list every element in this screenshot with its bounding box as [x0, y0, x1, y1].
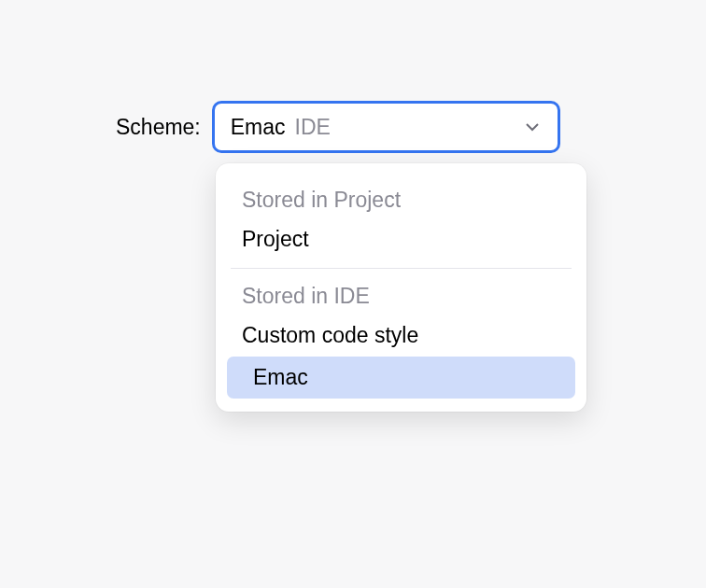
option-project[interactable]: Project: [216, 218, 586, 260]
chevron-down-icon: [524, 119, 541, 135]
scheme-combobox-value: Emac: [231, 115, 286, 140]
dropdown-group-stored-in-ide: Stored in IDE Custom code style Emac: [216, 276, 586, 399]
scheme-row: Scheme: Emac IDE: [116, 101, 560, 153]
option-custom-code-style[interactable]: Custom code style: [216, 315, 586, 357]
dropdown-group-stored-in-project: Stored in Project Project: [216, 180, 586, 260]
scheme-combobox[interactable]: Emac IDE: [212, 101, 560, 153]
group-header: Stored in Project: [216, 180, 586, 218]
group-header: Stored in IDE: [216, 276, 586, 315]
scheme-dropdown-panel: Stored in Project Project Stored in IDE …: [216, 163, 586, 412]
scheme-label: Scheme:: [116, 115, 201, 140]
scheme-combobox-hint: IDE: [295, 115, 331, 140]
separator: [231, 268, 572, 269]
option-emac[interactable]: Emac: [227, 357, 575, 399]
